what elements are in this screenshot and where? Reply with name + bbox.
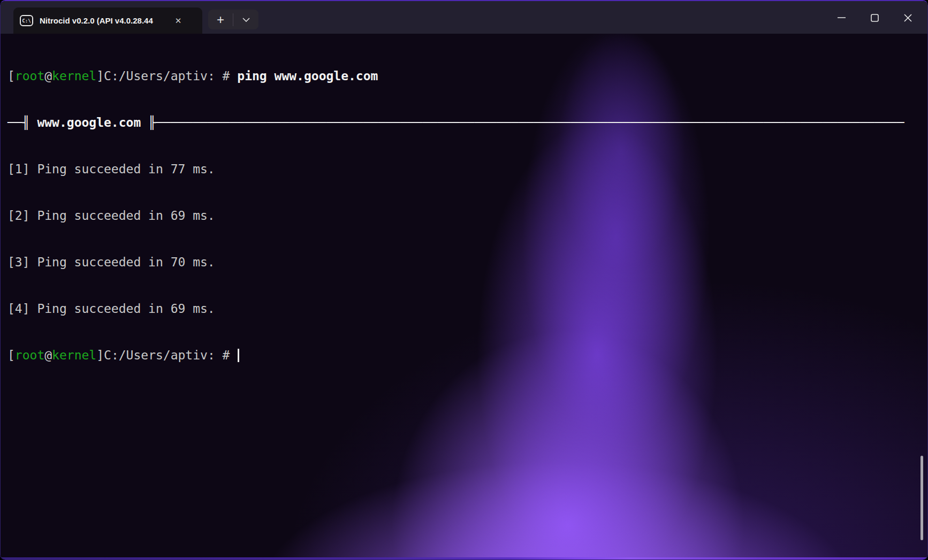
terminal-window: C:\ Nitrocid v0.2.0 (API v4.0.28.44 ✕ + <box>0 0 928 560</box>
prompt-bracket: [ <box>7 69 15 83</box>
close-icon <box>904 14 912 22</box>
terminal-cursor <box>238 349 239 362</box>
prompt-user: root <box>15 69 44 83</box>
maximize-button[interactable] <box>858 6 891 29</box>
new-tab-group: + <box>208 10 258 29</box>
terminal-separator-line: ──╢ www.google.com ╟────────────────────… <box>7 115 928 131</box>
plus-icon: + <box>217 13 224 26</box>
ping-result-line: [2] Ping succeeded in 69 ms. <box>7 208 928 224</box>
titlebar: C:\ Nitrocid v0.2.0 (API v4.0.28.44 ✕ + <box>1 1 927 34</box>
new-tab-button[interactable]: + <box>208 10 233 29</box>
chevron-down-icon <box>242 18 250 22</box>
terminal-line-prompt-command: [root@kernel]C:/Users/aptiv: # ping www.… <box>7 68 928 84</box>
prompt-host: kernel <box>52 69 96 83</box>
prompt-path: ]C:/Users/aptiv: # <box>96 348 237 362</box>
tab-close-button[interactable]: ✕ <box>170 13 186 29</box>
prompt-host: kernel <box>52 348 96 362</box>
close-button[interactable] <box>891 6 924 29</box>
ping-result-line: [3] Ping succeeded in 70 ms. <box>7 255 928 270</box>
separator-title: www.google.com <box>37 116 141 129</box>
window-controls <box>825 4 924 31</box>
window-border-bottom <box>1 557 927 559</box>
maximize-icon <box>871 14 879 22</box>
ping-result-line: [4] Ping succeeded in 69 ms. <box>7 301 928 317</box>
prompt-path: ]C:/Users/aptiv: # <box>96 69 237 83</box>
separator-right: ╟───────────────────────────────────────… <box>141 116 904 129</box>
tab-title: Nitrocid v0.2.0 (API v4.0.28.44 <box>40 16 169 25</box>
terminal-screen[interactable]: [root@kernel]C:/Users/aptiv: # ping www.… <box>1 34 928 559</box>
minimize-button[interactable] <box>825 6 858 29</box>
command-prompt-icon: C:\ <box>20 15 33 26</box>
ping-result-line: [1] Ping succeeded in 77 ms. <box>7 162 928 177</box>
typed-command: ping www.google.com <box>237 69 378 83</box>
command-prompt-icon-label: C:\ <box>22 18 31 24</box>
separator-left: ──╢ <box>7 116 37 129</box>
prompt-user: root <box>15 348 44 362</box>
close-icon: ✕ <box>175 16 182 26</box>
scrollbar-thumb[interactable] <box>921 456 923 540</box>
prompt-bracket: [ <box>7 348 15 362</box>
minimize-icon <box>838 17 846 18</box>
prompt-at: @ <box>44 69 52 83</box>
terminal-line-prompt-current: [root@kernel]C:/Users/aptiv: # <box>7 348 928 363</box>
prompt-at: @ <box>44 348 52 362</box>
tab-dropdown-button[interactable] <box>233 10 258 29</box>
tab-nitrocid[interactable]: C:\ Nitrocid v0.2.0 (API v4.0.28.44 ✕ <box>13 7 202 34</box>
